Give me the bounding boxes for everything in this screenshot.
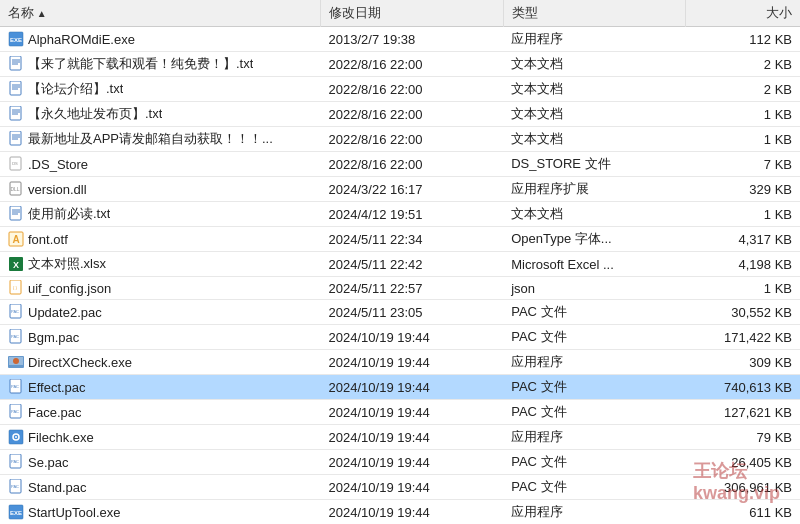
file-type: 应用程序 — [503, 500, 686, 525]
file-size: 26,405 KB — [686, 450, 800, 475]
table-header: 名称 修改日期 类型 大小 — [0, 0, 800, 27]
file-date: 2024/10/19 19:44 — [321, 450, 504, 475]
file-name-cell: PACFace.pac — [0, 400, 321, 425]
file-type: 文本文档 — [503, 202, 686, 227]
svg-text:{  }: { } — [13, 285, 17, 290]
col-header-date[interactable]: 修改日期 — [321, 0, 504, 27]
file-size: 4,198 KB — [686, 252, 800, 277]
file-type: 文本文档 — [503, 77, 686, 102]
file-date: 2024/5/11 23:05 — [321, 300, 504, 325]
file-size: 127,621 KB — [686, 400, 800, 425]
svg-text:EXE: EXE — [10, 37, 22, 43]
svg-text:PAC: PAC — [11, 409, 19, 414]
file-name: Bgm.pac — [28, 330, 79, 345]
svg-rect-10 — [10, 106, 21, 120]
file-name-cell: 使用前必读.txt — [0, 202, 321, 227]
file-name-cell: PACBgm.pac — [0, 325, 321, 350]
file-icon — [8, 429, 24, 445]
file-name-cell: PACSe.pac — [0, 450, 321, 475]
file-type: PAC 文件 — [503, 300, 686, 325]
file-date: 2022/8/16 22:00 — [321, 127, 504, 152]
svg-text:PAC: PAC — [11, 384, 19, 389]
file-name-cell: PACUpdate2.pac — [0, 300, 321, 325]
table-row[interactable]: PACStand.pac2024/10/19 19:44PAC 文件306,96… — [0, 475, 800, 500]
file-name: Se.pac — [28, 455, 68, 470]
file-size: 611 KB — [686, 500, 800, 525]
col-header-name[interactable]: 名称 — [0, 0, 321, 27]
table-row[interactable]: PACEffect.pac2024/10/19 19:44PAC 文件740,6… — [0, 375, 800, 400]
file-type: PAC 文件 — [503, 450, 686, 475]
file-type: 文本文档 — [503, 127, 686, 152]
file-icon: DLL — [8, 181, 24, 197]
file-icon: { } — [8, 280, 24, 296]
file-name-cell: { }uif_config.json — [0, 277, 321, 300]
table-row[interactable]: 【论坛介绍】.txt2022/8/16 22:00文本文档2 KB — [0, 77, 800, 102]
file-icon: EXE — [8, 31, 24, 47]
file-name: 【来了就能下载和观看！纯免费！】.txt — [28, 55, 253, 73]
table-row[interactable]: Afont.otf2024/5/11 22:34OpenType 字体...4,… — [0, 227, 800, 252]
svg-text:EXE: EXE — [10, 510, 22, 516]
file-name: 使用前必读.txt — [28, 205, 110, 223]
file-size: 30,552 KB — [686, 300, 800, 325]
file-name: uif_config.json — [28, 281, 111, 296]
file-icon: DS — [8, 156, 24, 172]
file-size: 171,422 KB — [686, 325, 800, 350]
file-icon: EXE — [8, 504, 24, 520]
file-size: 740,613 KB — [686, 375, 800, 400]
file-type: 应用程序 — [503, 350, 686, 375]
file-name: Stand.pac — [28, 480, 87, 495]
svg-text:DS: DS — [12, 161, 18, 166]
file-date: 2024/5/11 22:42 — [321, 252, 504, 277]
file-icon: PAC — [8, 379, 24, 395]
file-type: OpenType 字体... — [503, 227, 686, 252]
col-header-size[interactable]: 大小 — [686, 0, 800, 27]
file-name-cell: 【来了就能下载和观看！纯免费！】.txt — [0, 52, 321, 77]
file-size: 4,317 KB — [686, 227, 800, 252]
table-row[interactable]: 【永久地址发布页】.txt2022/8/16 22:00文本文档1 KB — [0, 102, 800, 127]
file-type: 文本文档 — [503, 102, 686, 127]
file-date: 2022/8/16 22:00 — [321, 77, 504, 102]
file-name-cell: Filechk.exe — [0, 425, 321, 450]
file-size: 7 KB — [686, 152, 800, 177]
file-date: 2022/8/16 22:00 — [321, 52, 504, 77]
file-size: 2 KB — [686, 52, 800, 77]
file-name-cell: EXEAlphaROMdiE.exe — [0, 27, 321, 52]
table-row[interactable]: DS.DS_Store2022/8/16 22:00DS_STORE 文件7 K… — [0, 152, 800, 177]
svg-point-45 — [15, 436, 17, 438]
file-list[interactable]: 名称 修改日期 类型 大小 EXEAlphaROMdiE.exe2013/2/7… — [0, 0, 800, 524]
table-row[interactable]: DirectXCheck.exe2024/10/19 19:44应用程序309 … — [0, 350, 800, 375]
table-row[interactable]: Filechk.exe2024/10/19 19:44应用程序79 KB — [0, 425, 800, 450]
file-icon: PAC — [8, 404, 24, 420]
file-name-cell: 【永久地址发布页】.txt — [0, 102, 321, 127]
table-row[interactable]: PACUpdate2.pac2024/5/11 23:05PAC 文件30,55… — [0, 300, 800, 325]
file-size: 1 KB — [686, 127, 800, 152]
file-icon — [8, 206, 24, 222]
file-date: 2024/10/19 19:44 — [321, 475, 504, 500]
table-row[interactable]: 最新地址及APP请发邮箱自动获取！！！...2022/8/16 22:00文本文… — [0, 127, 800, 152]
table-row[interactable]: { }uif_config.json2024/5/11 22:57json1 K… — [0, 277, 800, 300]
file-icon — [8, 106, 24, 122]
col-header-type[interactable]: 类型 — [503, 0, 686, 27]
file-name: .DS_Store — [28, 157, 88, 172]
file-icon: PAC — [8, 454, 24, 470]
table-row[interactable]: EXEStartUpTool.exe2024/10/19 19:44应用程序61… — [0, 500, 800, 525]
file-date: 2024/10/19 19:44 — [321, 425, 504, 450]
table-row[interactable]: PACFace.pac2024/10/19 19:44PAC 文件127,621… — [0, 400, 800, 425]
file-name: AlphaROMdiE.exe — [28, 32, 135, 47]
table-row[interactable]: PACSe.pac2024/10/19 19:44PAC 文件26,405 KB — [0, 450, 800, 475]
table-row[interactable]: PACBgm.pac2024/10/19 19:44PAC 文件171,422 … — [0, 325, 800, 350]
table-row[interactable]: DLLversion.dll2024/3/22 16:17应用程序扩展329 K… — [0, 177, 800, 202]
file-name: Update2.pac — [28, 305, 102, 320]
file-icon — [8, 81, 24, 97]
table-row[interactable]: EXEAlphaROMdiE.exe2013/2/7 19:38应用程序112 … — [0, 27, 800, 52]
file-name: DirectXCheck.exe — [28, 355, 132, 370]
svg-rect-6 — [10, 81, 21, 95]
file-date: 2022/8/16 22:00 — [321, 102, 504, 127]
table-row[interactable]: X文本对照.xlsx2024/5/11 22:42Microsoft Excel… — [0, 252, 800, 277]
file-name: font.otf — [28, 232, 68, 247]
file-size: 329 KB — [686, 177, 800, 202]
file-name: 【论坛介绍】.txt — [28, 80, 123, 98]
table-row[interactable]: 【来了就能下载和观看！纯免费！】.txt2022/8/16 22:00文本文档2… — [0, 52, 800, 77]
table-row[interactable]: 使用前必读.txt2024/4/12 19:51文本文档1 KB — [0, 202, 800, 227]
file-tbody: EXEAlphaROMdiE.exe2013/2/7 19:38应用程序112 … — [0, 27, 800, 525]
